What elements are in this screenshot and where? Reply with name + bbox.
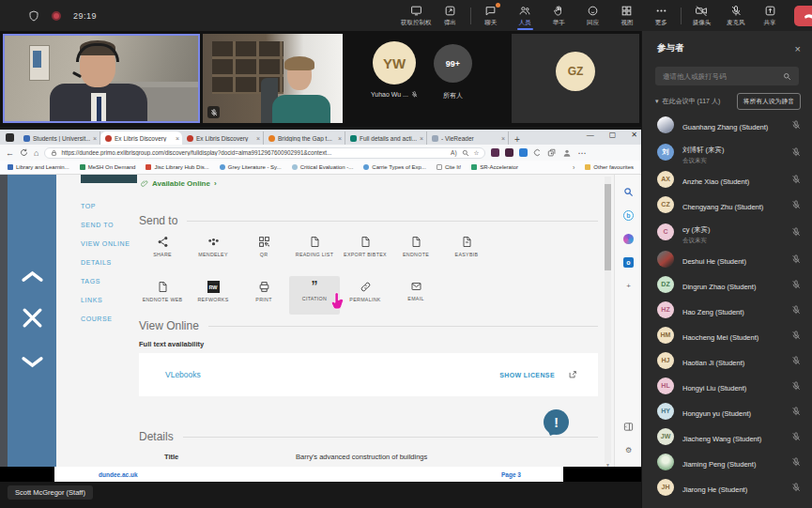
zoom-icon[interactable] [462,149,469,157]
extension-c-icon[interactable] [533,148,542,157]
tab-exlibris-active[interactable]: Ex Libris Discovery× [100,131,182,145]
minimize-button[interactable]: — [587,131,594,139]
participant-row[interactable]: HZ Hao Zeng (Student) [642,297,812,322]
close-record-icon[interactable] [21,306,44,330]
tab-close-icon[interactable]: × [176,135,179,142]
participant-row[interactable]: JH Jiarong He (Student) [642,474,812,500]
show-license-link[interactable]: SHOW LICENSE [499,372,555,378]
favorite-item[interactable]: SR-Accelerator [471,164,518,170]
mic-muted-icon[interactable] [791,432,801,441]
favorites-overflow-chevron-icon[interactable]: › [573,164,575,171]
nav-link-details[interactable]: DETAILS [81,259,130,266]
sidebar-settings-gear-icon[interactable]: ⚙ [622,444,635,456]
invite-search-input[interactable] [663,72,777,81]
camera-off-button[interactable]: 摄像头 [684,0,718,31]
participant-row[interactable]: Deshui He (Student) [642,246,812,271]
refresh-icon[interactable] [20,148,28,157]
favorite-item[interactable]: Critical Evaluation -... [292,164,354,170]
previous-record-chevron-icon[interactable] [21,269,44,284]
tab-close-icon[interactable]: × [420,135,423,142]
mic-muted-icon[interactable] [791,305,801,315]
mendeley-action[interactable]: MENDELEY [188,231,238,257]
participant-row[interactable]: JW Jiacheng Wang (Student) [642,423,812,449]
participant-row[interactable]: HY Hongyun yu (Student) [642,398,812,423]
scrollbar-thumb[interactable] [605,184,611,270]
get-control-button[interactable]: 获取控制权 [399,0,433,31]
qr-action[interactable]: QR [238,231,289,257]
nav-link-top[interactable]: TOP [81,203,130,209]
share-action[interactable]: SHARE [137,231,188,257]
next-record-chevron-icon[interactable] [21,355,44,370]
popout-button[interactable]: 弹出 [433,0,467,31]
tab-students[interactable]: Students | Universit...× [19,131,100,145]
sidebar-designer-icon[interactable] [622,233,635,245]
video-tile-participant[interactable] [203,34,343,123]
view-button[interactable]: 视图 [610,0,644,31]
favorite-item[interactable]: Jisc Library Hub Dis... [146,164,208,170]
mic-muted-icon[interactable] [791,356,801,365]
participant-row[interactable]: C cy (来宾)会议来宾 [642,217,812,246]
invite-search-box[interactable] [655,67,799,85]
sidebar-panel-icon[interactable] [622,421,635,433]
extension-icon[interactable] [505,148,513,157]
maximize-button[interactable]: ▢ [609,131,617,139]
video-tile-presenter[interactable] [3,34,200,123]
mic-muted-icon[interactable] [791,381,801,391]
email-action[interactable]: EMAIL [391,276,441,315]
nav-link-links[interactable]: LINKS [81,297,130,303]
avatar-tile-yw[interactable]: YW Yuhao Wu ... [371,41,418,98]
close-panel-icon[interactable]: × [795,43,801,54]
participant-row[interactable]: HM Haocheng Mei (Student) [642,322,812,347]
tab-close-icon[interactable]: × [93,135,97,142]
tab-close-icon[interactable]: × [338,135,342,142]
mic-muted-icon[interactable] [791,227,801,237]
read-aloud-icon[interactable]: A) [451,149,457,156]
mic-muted-icon[interactable] [791,200,801,209]
provider-link[interactable]: VLebooks [165,370,499,379]
sidebar-add-icon[interactable]: + [622,280,635,292]
refworks-action[interactable]: RW REFWORKS [188,276,238,315]
chat-button[interactable]: 聊天 [474,0,508,31]
browser-menu-icon[interactable]: ⋯ [577,148,586,158]
content-scrollbar[interactable] [605,177,611,463]
mic-muted-icon[interactable] [791,407,801,416]
external-link-icon[interactable] [568,370,577,379]
tab-close-icon[interactable]: × [501,135,505,142]
mic-muted-icon[interactable] [791,331,801,340]
workspaces-icon[interactable] [6,133,14,142]
mic-muted-icon[interactable] [791,147,801,157]
endnote-action[interactable]: ENDNOTE [391,231,441,257]
participant-row[interactable]: AX Anzhe Xiao (Student) [642,166,812,192]
mic-muted-icon[interactable] [791,483,801,492]
participant-row[interactable]: HJ Haotian Ji (Student) [642,347,812,373]
participant-row[interactable]: HL Hongyi Liu (Student) [642,373,812,398]
nav-link-tags[interactable]: TAGS [81,278,130,285]
nav-link-sendto[interactable]: SEND TO [81,222,130,228]
mic-muted-icon[interactable] [791,280,801,289]
more-button[interactable]: 更多 [644,0,678,31]
print-action[interactable]: PRINT [238,276,289,315]
profile-avatar-icon[interactable] [562,148,572,158]
new-tab-button[interactable]: + [514,134,520,145]
favorite-item[interactable]: Carrie Types of Exp... [363,164,426,170]
sidebar-outlook-icon[interactable]: o [622,256,635,269]
back-icon[interactable]: ← [6,148,14,158]
home-icon[interactable]: ⌂ [34,148,38,158]
nav-link-course[interactable]: COURSE [81,316,130,322]
easybib-action[interactable]: EASYBIB [441,231,492,257]
mic-muted-icon[interactable] [791,175,801,184]
mic-muted-icon[interactable] [791,120,801,130]
reactions-button[interactable]: 回应 [575,0,609,31]
favorite-item[interactable]: Library and Learnin... [8,164,69,170]
sidebar-search-icon[interactable] [622,186,635,198]
tab-fulldetails[interactable]: Full details and acti...× [345,131,427,145]
endnote-web-action[interactable]: ENDNOTE WEB [137,276,188,315]
favorite-star-icon[interactable]: ☆ [474,149,480,157]
mic-muted-icon[interactable] [791,254,801,264]
permalink-action[interactable]: PERMALINK [340,276,391,315]
tab-exlibris-2[interactable]: Ex Libris Discovery× [182,131,264,145]
available-online-link[interactable]: Available Online › [141,179,217,188]
avatar-tile-everyone[interactable]: 99+ 所有人 [434,44,472,100]
mic-muted-icon[interactable] [791,457,801,467]
address-box[interactable]: https://dundee.primo.exlibrisgroup.com/d… [44,147,485,159]
